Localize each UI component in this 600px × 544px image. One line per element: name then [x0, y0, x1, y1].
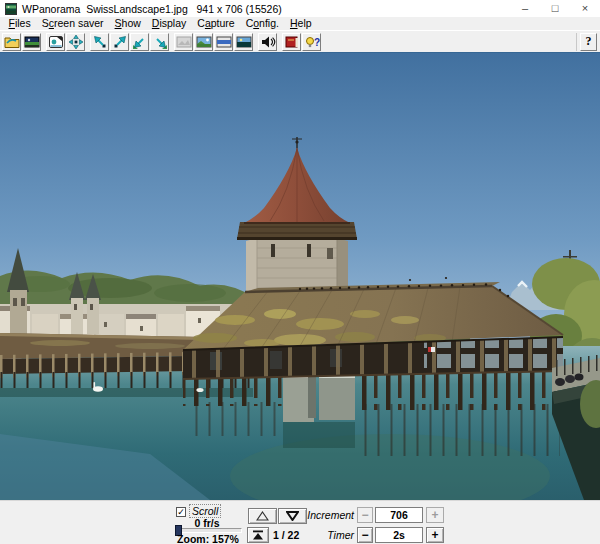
timer-plus-button[interactable]: +	[426, 527, 444, 543]
panorama-thumbnail-icon	[24, 34, 40, 50]
tips-bulb-button[interactable]: ?	[302, 33, 321, 51]
window-controls: – □ ×	[510, 0, 600, 17]
panorama-thumbnail-button[interactable]	[22, 33, 41, 51]
fullscreen-button[interactable]	[46, 33, 65, 51]
image-disabled-button[interactable]	[174, 33, 193, 51]
image-letterbox-icon	[216, 34, 232, 50]
title-bar: WPanorama SwissLandscape1.jpg 941 x 706 …	[0, 0, 600, 17]
pan-up-right-icon	[112, 34, 128, 50]
increment-label: Increment	[282, 509, 354, 521]
help-book-icon	[284, 34, 300, 50]
pan-down-left-icon	[132, 34, 148, 50]
scroll-4way-icon	[68, 34, 84, 50]
pan-down-right-icon	[152, 34, 168, 50]
timer-minus-button[interactable]: −	[357, 527, 373, 543]
pan-up-left-button[interactable]	[90, 33, 109, 51]
image-letterbox-button[interactable]	[214, 33, 233, 51]
minimize-button[interactable]: –	[510, 0, 540, 17]
menu-config[interactable]: Config.	[240, 17, 284, 30]
image-night-icon	[236, 34, 252, 50]
image-day-icon	[196, 34, 212, 50]
stone-piers	[283, 374, 355, 448]
image-night-button[interactable]	[234, 33, 253, 51]
svg-text:?: ?	[314, 37, 320, 48]
panorama-viewport[interactable]	[0, 52, 600, 500]
zoom-value: Zoom: 157%	[170, 533, 246, 544]
maximize-button[interactable]: □	[540, 0, 570, 17]
pan-up-right-button[interactable]	[110, 33, 129, 51]
close-button[interactable]: ×	[570, 0, 600, 17]
menu-screen-saver[interactable]: Screen saver	[36, 17, 109, 30]
scroll-checkbox[interactable]: ✓	[176, 507, 186, 517]
increment-minus-button[interactable]: −	[357, 507, 373, 523]
toolbar: ? ?	[0, 30, 600, 52]
go-to-start-button[interactable]	[247, 527, 269, 543]
menu-show[interactable]: Show	[109, 17, 146, 30]
sound-button[interactable]	[258, 33, 277, 51]
open-folder-button[interactable]	[2, 33, 21, 51]
help-book-button[interactable]	[282, 33, 301, 51]
viewport-top-border	[0, 52, 600, 53]
status-bar: ✓ Scroll 0 fr/s Zoom: 157% 1 / 22 Increm…	[0, 500, 600, 544]
scroll-4way-button[interactable]	[66, 33, 85, 51]
panorama-image[interactable]	[0, 52, 600, 500]
image-day-button[interactable]	[194, 33, 213, 51]
help-button[interactable]: ?	[580, 33, 597, 51]
pan-up-left-icon	[92, 34, 108, 50]
timer-label: Timer	[282, 529, 354, 541]
app-icon	[5, 3, 17, 15]
sound-icon	[260, 34, 276, 50]
scroll-label[interactable]: Scroll	[189, 504, 221, 518]
triangle-top-icon	[252, 530, 264, 540]
menu-bar: Files Screen saver Show Display Capture …	[0, 17, 600, 30]
open-folder-icon	[4, 34, 20, 50]
triangle-up-icon	[256, 511, 269, 521]
menu-capture[interactable]: Capture	[192, 17, 240, 30]
window-title: WPanorama SwissLandscape1.jpg 941 x 706 …	[22, 3, 282, 15]
increment-plus-button[interactable]: +	[426, 507, 444, 523]
timer-value[interactable]: 2s	[375, 527, 423, 543]
pan-down-left-button[interactable]	[130, 33, 149, 51]
menu-display[interactable]: Display	[146, 17, 191, 30]
menu-help[interactable]: Help	[284, 17, 317, 30]
fullscreen-icon	[48, 34, 64, 50]
image-disabled-icon	[176, 34, 192, 50]
scroll-up-button[interactable]	[248, 508, 277, 524]
toolbar-filler	[322, 33, 577, 51]
menu-files[interactable]: Files	[3, 17, 36, 30]
increment-value[interactable]: 706	[375, 507, 423, 523]
tips-bulb-icon: ?	[304, 34, 320, 50]
pan-down-right-button[interactable]	[150, 33, 169, 51]
